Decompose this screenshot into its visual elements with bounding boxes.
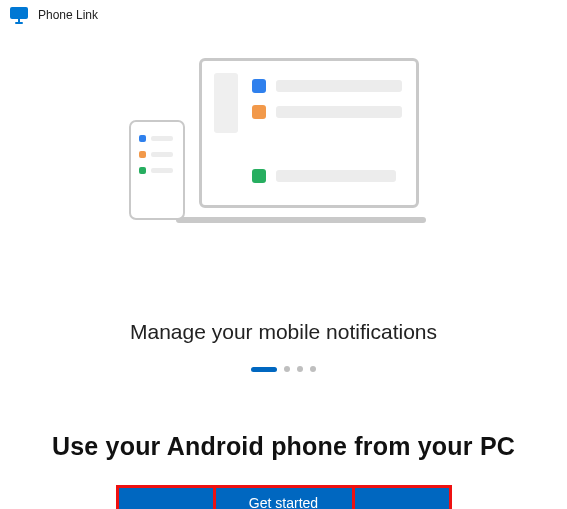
onboarding-illustration bbox=[0, 58, 567, 238]
button-highlight: Get started bbox=[116, 485, 452, 509]
pager-dot-2[interactable] bbox=[284, 366, 290, 372]
pager-dot-4[interactable] bbox=[310, 366, 316, 372]
pager-dot-1[interactable] bbox=[251, 367, 277, 372]
get-started-label: Get started bbox=[249, 495, 318, 509]
main-heading: Use your Android phone from your PC bbox=[0, 432, 567, 461]
carousel-pager[interactable] bbox=[0, 366, 567, 372]
phone-graphic bbox=[129, 120, 185, 220]
app-icon bbox=[10, 6, 28, 24]
slide-caption: Manage your mobile notifications bbox=[0, 320, 567, 344]
get-started-button[interactable]: Get started bbox=[119, 488, 449, 509]
app-title: Phone Link bbox=[38, 8, 98, 22]
pager-dot-3[interactable] bbox=[297, 366, 303, 372]
titlebar: Phone Link bbox=[0, 0, 567, 28]
monitor-graphic bbox=[199, 58, 419, 208]
